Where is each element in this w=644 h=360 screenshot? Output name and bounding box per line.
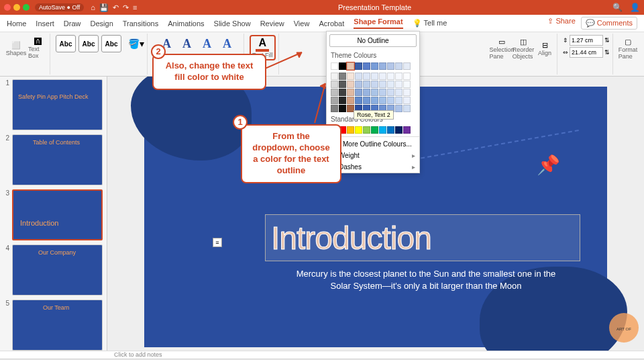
color-swatch[interactable] bbox=[339, 62, 346, 70]
notes-pane[interactable]: Click to add notes bbox=[0, 351, 644, 359]
tab-design[interactable]: Design bbox=[91, 19, 113, 28]
color-swatch[interactable] bbox=[403, 81, 411, 88]
color-swatch[interactable] bbox=[379, 89, 386, 96]
window-controls[interactable] bbox=[4, 4, 30, 11]
color-swatch[interactable] bbox=[387, 89, 394, 96]
color-swatch[interactable] bbox=[379, 126, 386, 134]
color-swatch[interactable] bbox=[331, 62, 338, 70]
thumbnail-5[interactable]: Our Team bbox=[12, 300, 103, 351]
tab-acrobat[interactable]: Acrobat bbox=[319, 19, 344, 28]
title-textbox[interactable]: Introduction bbox=[265, 214, 580, 261]
user-icon[interactable]: 👤 bbox=[630, 3, 640, 12]
color-swatch[interactable] bbox=[395, 97, 402, 104]
color-swatch[interactable] bbox=[363, 89, 370, 96]
color-swatch[interactable] bbox=[339, 81, 346, 88]
color-swatch[interactable] bbox=[371, 126, 378, 134]
color-swatch[interactable] bbox=[355, 81, 362, 88]
color-swatch[interactable] bbox=[339, 97, 346, 104]
color-swatch[interactable] bbox=[347, 62, 354, 70]
wordart-style-4[interactable]: A bbox=[219, 35, 236, 52]
no-outline-button[interactable]: No Outline bbox=[329, 34, 417, 47]
color-swatch[interactable] bbox=[363, 97, 370, 104]
color-swatch[interactable] bbox=[395, 105, 402, 112]
tell-me-search[interactable]: 💡 Tell me bbox=[413, 19, 447, 28]
color-swatch[interactable] bbox=[371, 81, 378, 88]
color-swatch[interactable] bbox=[395, 126, 402, 134]
shape-style-1[interactable]: Abc bbox=[56, 35, 76, 52]
height-input[interactable] bbox=[570, 35, 603, 46]
color-swatch[interactable] bbox=[363, 62, 370, 70]
color-swatch[interactable] bbox=[339, 73, 346, 80]
thumbnail-1[interactable]: Safety Pin App Pitch Deck bbox=[12, 79, 103, 130]
color-swatch[interactable] bbox=[331, 81, 338, 88]
align-button[interactable]: ⊟Align bbox=[535, 35, 554, 62]
redo-icon[interactable]: ↷ bbox=[123, 3, 129, 12]
color-swatch[interactable] bbox=[355, 73, 362, 80]
color-swatch[interactable] bbox=[347, 73, 354, 80]
autosave-toggle[interactable]: AutoSave ● Off bbox=[35, 3, 84, 11]
color-swatch[interactable] bbox=[387, 73, 394, 80]
color-swatch[interactable] bbox=[379, 73, 386, 80]
close-icon[interactable] bbox=[4, 4, 11, 11]
color-swatch[interactable] bbox=[363, 73, 370, 80]
layout-options-icon[interactable]: ≡ bbox=[213, 238, 222, 247]
color-swatch[interactable] bbox=[403, 105, 411, 112]
color-swatch[interactable] bbox=[355, 126, 362, 134]
tab-animations[interactable]: Animations bbox=[168, 19, 204, 28]
color-swatch[interactable] bbox=[347, 97, 354, 104]
color-swatch[interactable] bbox=[339, 89, 346, 96]
color-swatch[interactable] bbox=[331, 73, 338, 80]
tab-insert[interactable]: Insert bbox=[36, 19, 54, 28]
tab-shape-format[interactable]: Shape Format bbox=[354, 17, 402, 29]
color-swatch[interactable] bbox=[371, 97, 378, 104]
color-swatch[interactable] bbox=[339, 105, 346, 112]
color-swatch[interactable] bbox=[331, 97, 338, 104]
shape-style-3[interactable]: Abc bbox=[101, 35, 121, 52]
color-swatch[interactable] bbox=[347, 81, 354, 88]
thumbnail-3[interactable]: Introduction bbox=[12, 189, 103, 240]
color-swatch[interactable] bbox=[347, 126, 354, 134]
width-input[interactable] bbox=[570, 47, 603, 58]
color-swatch[interactable] bbox=[395, 81, 402, 88]
color-swatch[interactable] bbox=[379, 97, 386, 104]
save-icon[interactable]: 💾 bbox=[99, 3, 109, 12]
color-swatch[interactable] bbox=[403, 89, 411, 96]
color-swatch[interactable] bbox=[395, 89, 402, 96]
color-swatch[interactable] bbox=[387, 126, 394, 134]
shape-fill-button[interactable]: 🪣▾ bbox=[128, 38, 144, 49]
reorder-button[interactable]: ◫Reorder Objects bbox=[514, 35, 533, 62]
color-swatch[interactable] bbox=[371, 89, 378, 96]
selection-pane-button[interactable]: ▭Selection Pane bbox=[492, 35, 511, 62]
color-swatch[interactable] bbox=[371, 62, 378, 70]
thumbnail-2[interactable]: Table of Contents bbox=[12, 134, 103, 185]
wordart-style-3[interactable]: A bbox=[199, 35, 216, 52]
color-swatch[interactable] bbox=[395, 73, 402, 80]
color-swatch[interactable] bbox=[379, 62, 386, 70]
textbox-button[interactable]: 🅰Text Box bbox=[28, 35, 47, 62]
color-swatch[interactable] bbox=[403, 97, 411, 104]
tab-home[interactable]: Home bbox=[7, 19, 26, 28]
comments-button[interactable]: 💬 Comments bbox=[581, 17, 637, 30]
color-swatch[interactable] bbox=[371, 73, 378, 80]
wordart-style-2[interactable]: A bbox=[178, 35, 196, 52]
shape-style-2[interactable]: Abc bbox=[78, 35, 99, 52]
color-swatch[interactable] bbox=[379, 81, 386, 88]
shapes-button[interactable]: ⬜Shapes bbox=[7, 35, 25, 62]
tab-review[interactable]: Review bbox=[260, 19, 284, 28]
tab-transitions[interactable]: Transitions bbox=[123, 19, 158, 28]
share-button[interactable]: ⇪ Share bbox=[547, 17, 575, 30]
color-swatch[interactable] bbox=[355, 89, 362, 96]
color-swatch[interactable] bbox=[347, 89, 354, 96]
thumbnail-4[interactable]: Our Company bbox=[12, 244, 103, 296]
color-swatch[interactable] bbox=[395, 62, 402, 70]
format-pane-button[interactable]: ▢Format Pane bbox=[619, 35, 637, 62]
color-swatch[interactable] bbox=[403, 126, 411, 134]
color-swatch[interactable] bbox=[331, 105, 338, 112]
color-swatch[interactable] bbox=[363, 81, 370, 88]
color-swatch[interactable] bbox=[387, 62, 394, 70]
color-swatch[interactable] bbox=[363, 126, 370, 134]
tab-slideshow[interactable]: Slide Show bbox=[214, 19, 251, 28]
maximize-icon[interactable] bbox=[23, 4, 30, 11]
color-swatch[interactable] bbox=[355, 97, 362, 104]
color-swatch[interactable] bbox=[403, 73, 411, 80]
